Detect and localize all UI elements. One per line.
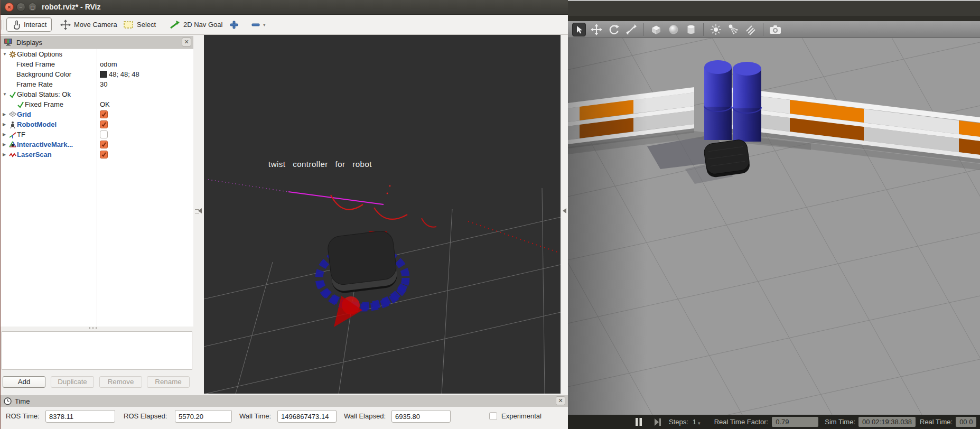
screenshot-camera-tool[interactable] xyxy=(769,23,782,36)
tree-row-value[interactable]: 30 xyxy=(100,80,107,88)
window-maximize-button[interactable]: ◻ xyxy=(28,3,37,12)
wall-elapsed-input[interactable] xyxy=(391,410,451,423)
tree-row-grid[interactable]: ▶ Grid xyxy=(1,109,193,119)
add-display-button[interactable]: Add xyxy=(3,376,45,388)
select-tool-button[interactable]: Select xyxy=(119,17,161,32)
tree-row-status-fixed-frame[interactable]: Fixed Frame OK xyxy=(1,99,193,109)
tree-row-label: Grid xyxy=(17,110,31,118)
real-time-value[interactable]: 00 0 xyxy=(956,417,976,427)
tf-axes-icon xyxy=(8,131,17,138)
select-arrow-tool[interactable] xyxy=(572,23,586,36)
time-panel-close-button[interactable]: ✕ xyxy=(556,396,565,405)
add-tool-button[interactable] xyxy=(225,17,244,32)
checkbox-unchecked-icon[interactable] xyxy=(100,130,108,138)
tool-dropdown-caret-icon[interactable]: ▾ xyxy=(263,22,266,27)
steps-label: Steps: xyxy=(669,418,688,426)
insert-cylinder-tool[interactable] xyxy=(684,23,698,36)
pause-button-icon[interactable] xyxy=(635,418,642,426)
sim-time-value[interactable]: 00 02:19:38.038 xyxy=(858,417,916,427)
interact-tool-button[interactable]: Interact xyxy=(6,17,52,32)
tree-row-tf[interactable]: ▶ TF xyxy=(1,129,193,139)
point-light-tool[interactable] xyxy=(709,23,723,36)
ros-time-input[interactable] xyxy=(45,410,115,423)
toolbar-drag-handle[interactable] xyxy=(2,20,4,30)
step-button-icon[interactable] xyxy=(654,418,661,426)
gazebo-status-bar: Steps: 1 ▾ Real Time Factor: 0.79 Sim Ti… xyxy=(568,415,980,429)
panel-splitter-right[interactable] xyxy=(561,35,568,394)
steps-caret-icon[interactable]: ▾ xyxy=(698,421,701,426)
gazebo-menubar-area xyxy=(568,1,980,16)
expander-closed-icon[interactable]: ▶ xyxy=(3,112,8,117)
remove-display-button[interactable]: Remove xyxy=(99,376,142,388)
tree-row-value[interactable]: odom xyxy=(100,60,117,68)
rotate-tool[interactable] xyxy=(607,23,621,36)
displays-close-button[interactable]: ✕ xyxy=(182,38,191,46)
panel-resize-grip[interactable] xyxy=(89,327,103,329)
spot-light-tool[interactable] xyxy=(726,23,740,36)
tree-row-global-status[interactable]: ▼ Global Status: Ok xyxy=(1,89,193,99)
insert-sphere-tool[interactable] xyxy=(667,23,680,36)
collapse-panel-arrow-icon[interactable] xyxy=(563,208,566,213)
remove-tool-button[interactable]: ▾ xyxy=(247,17,270,32)
checkbox-checked-icon[interactable] xyxy=(100,141,108,148)
move-camera-icon xyxy=(60,20,71,30)
tree-row-fixed-frame[interactable]: Fixed Frame odom xyxy=(1,59,193,69)
expander-closed-icon[interactable]: ▶ xyxy=(3,122,8,127)
tree-row-background-color[interactable]: Background Color 48; 48; 48 xyxy=(1,69,193,79)
interact-tool-label: Interact xyxy=(24,21,46,29)
gazebo-toolbar-shadow xyxy=(568,16,980,21)
plus-icon xyxy=(229,20,239,30)
checkbox-checked-icon[interactable] xyxy=(100,120,108,128)
tree-row-value: OK xyxy=(100,100,110,108)
toolbar-separator xyxy=(703,23,704,36)
duplicate-display-button[interactable]: Duplicate xyxy=(51,376,94,388)
wall-time-input[interactable] xyxy=(277,410,337,423)
tree-row-value[interactable]: 48; 48; 48 xyxy=(109,70,139,78)
property-description-box xyxy=(2,331,192,370)
directional-light-tool[interactable] xyxy=(744,23,758,36)
rename-display-button[interactable]: Rename xyxy=(147,376,190,388)
window-minimize-button[interactable]: − xyxy=(16,3,25,12)
tree-row-label: Frame Rate xyxy=(16,80,53,88)
ros-elapsed-input[interactable] xyxy=(175,410,232,423)
window-close-button[interactable]: ✕ xyxy=(5,3,14,12)
panel-splitter-left[interactable] xyxy=(193,35,204,394)
real-time-factor-value[interactable]: 0.79 xyxy=(772,417,818,427)
insert-box-tool[interactable] xyxy=(649,23,663,36)
checkbox-checked-icon[interactable] xyxy=(100,151,108,158)
tree-row-global-options[interactable]: ▼ Global Options xyxy=(1,49,193,59)
expander-open-icon[interactable]: ▼ xyxy=(3,92,8,97)
displays-panel-icon xyxy=(4,38,13,46)
tree-row-laserscan[interactable]: ▶ LaserScan xyxy=(1,150,193,160)
sim-time-label: Sim Time: xyxy=(825,418,855,426)
move-camera-tool-button[interactable]: Move Camera xyxy=(55,17,122,32)
expander-closed-icon[interactable]: ▶ xyxy=(3,132,8,137)
ros-time-label: ROS Time: xyxy=(6,412,40,420)
experimental-checkbox[interactable] xyxy=(489,412,497,420)
window-title: robot.rviz* - RViz xyxy=(42,3,101,11)
tree-row-label: Fixed Frame xyxy=(16,60,55,68)
laser-scan-icon xyxy=(8,152,17,158)
interactive-marker-icon xyxy=(8,141,17,148)
scale-tool[interactable] xyxy=(624,23,638,36)
checkbox-checked-icon[interactable] xyxy=(100,110,108,118)
nav-goal-tool-button[interactable]: 2D Nav Goal xyxy=(165,17,227,32)
tree-row-frame-rate[interactable]: Frame Rate 30 xyxy=(1,79,193,89)
move-camera-label: Move Camera xyxy=(74,21,117,29)
steps-value: 1 xyxy=(693,418,696,426)
translate-tool[interactable] xyxy=(590,23,603,36)
tree-row-interactivemarkers[interactable]: ▶ InteractiveMark... xyxy=(1,139,193,150)
ros-elapsed-label: ROS Elapsed: xyxy=(124,412,167,420)
nav-goal-label: 2D Nav Goal xyxy=(183,21,222,29)
robot-model-icon xyxy=(8,121,17,128)
expander-closed-icon[interactable]: ▶ xyxy=(3,152,8,157)
wall-elapsed-label: Wall Elapsed: xyxy=(344,412,386,420)
time-panel-title: Time xyxy=(15,397,30,405)
tree-row-label: Fixed Frame xyxy=(25,100,63,108)
expander-closed-icon[interactable]: ▶ xyxy=(3,142,8,147)
expander-open-icon[interactable]: ▼ xyxy=(3,52,8,57)
gazebo-3d-scene[interactable] xyxy=(568,38,980,415)
collapse-panel-arrow-icon[interactable] xyxy=(198,208,202,213)
tree-row-robotmodel[interactable]: ▶ RobotModel xyxy=(1,119,193,129)
rviz-3d-viewport[interactable]: twist controller for robot xyxy=(204,35,561,394)
